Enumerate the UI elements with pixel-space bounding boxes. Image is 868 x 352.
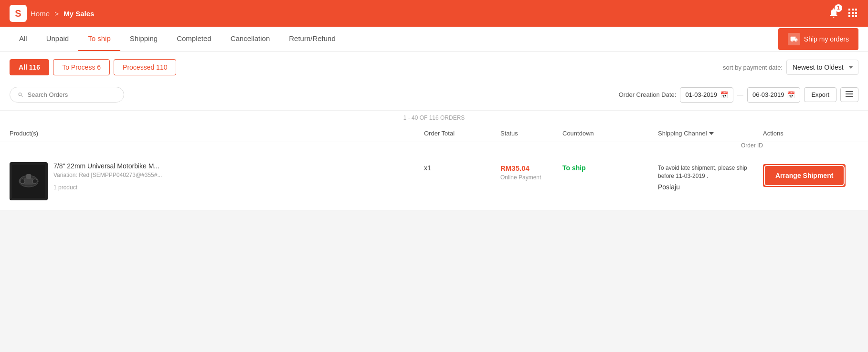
shipping-channel: To avoid late shipment, please ship befo… xyxy=(658,162,763,191)
arrange-shipment-button[interactable]: Arrange Shipment xyxy=(765,166,844,185)
date-from-input[interactable]: 01-03-2019 📅 xyxy=(680,87,733,103)
tab-shipping[interactable]: Shipping xyxy=(120,27,167,51)
order-qty: x1 xyxy=(424,162,500,172)
svg-rect-1 xyxy=(846,93,853,94)
table-header: Product(s) Order Total Status Countdown … xyxy=(0,125,868,142)
svg-rect-0 xyxy=(846,91,853,92)
logo[interactable]: S xyxy=(10,5,27,22)
main-content: All 116 To Process 6 Processed 110 sort … xyxy=(0,52,868,210)
product-count: 1 product xyxy=(53,184,162,191)
order-id-subrow: Order ID xyxy=(0,142,868,153)
arrange-shipment-btn-wrapper: Arrange Shipment xyxy=(763,164,846,187)
tabs-bar: All Unpaid To ship Shipping Completed Ca… xyxy=(0,27,868,52)
column-menu-button[interactable] xyxy=(840,87,858,102)
tab-completed[interactable]: Completed xyxy=(167,27,221,51)
date-filter-label: Order Creation Date: xyxy=(619,91,677,98)
date-to-input[interactable]: 06-03-2019 📅 xyxy=(747,87,801,103)
filter-processed[interactable]: Processed 110 xyxy=(114,59,176,75)
tab-cancellation[interactable]: Cancellation xyxy=(221,27,280,51)
svg-rect-8 xyxy=(26,174,31,179)
col-order-total: Order Total xyxy=(424,130,500,137)
nav-right: 1 xyxy=(828,7,858,20)
order-status: To ship xyxy=(562,162,658,172)
col-status: Status xyxy=(500,130,562,137)
nav-left: S Home > My Sales xyxy=(10,5,94,22)
tab-unpaid[interactable]: Unpaid xyxy=(37,27,79,51)
search-input[interactable] xyxy=(28,91,116,98)
table-row: 7/8" 22mm Universal Motorbike M... Varia… xyxy=(0,153,868,210)
svg-point-7 xyxy=(32,179,37,184)
product-details: 7/8" 22mm Universal Motorbike M... Varia… xyxy=(53,162,162,191)
status-label: To ship xyxy=(562,164,658,172)
menu-lines-icon xyxy=(846,91,853,97)
search-date-row: Order Creation Date: 01-03-2019 📅 — 06-0… xyxy=(0,83,868,110)
order-id-label: Order ID xyxy=(741,142,763,149)
notification-icon[interactable]: 1 xyxy=(828,7,839,20)
product-img-svg xyxy=(12,165,45,198)
svg-point-6 xyxy=(20,179,25,184)
orders-count-divider: 1 - 40 OF 116 ORDERS xyxy=(0,110,868,125)
notification-badge: 1 xyxy=(835,4,842,12)
order-total-amount: RM35.04 xyxy=(500,164,562,172)
svg-rect-5 xyxy=(24,178,33,185)
date-dash: — xyxy=(737,91,743,98)
calendar-to-icon: 📅 xyxy=(787,91,795,99)
tab-returnrefund[interactable]: Return/Refund xyxy=(279,27,345,51)
filter-to-process[interactable]: To Process 6 xyxy=(53,59,110,75)
status-note: To avoid late shipment, please ship befo… xyxy=(658,164,763,180)
main-tabs: All Unpaid To ship Shipping Completed Ca… xyxy=(10,27,345,51)
tab-toship[interactable]: To ship xyxy=(78,27,120,51)
ship-orders-icon xyxy=(788,33,800,45)
date-filter: Order Creation Date: 01-03-2019 📅 — 06-0… xyxy=(619,87,858,103)
grid-menu-icon[interactable] xyxy=(847,7,858,20)
sort-area: sort by payment date: Newest to Oldest O… xyxy=(723,60,858,75)
sort-select[interactable]: Newest to Oldest Oldest to Newest xyxy=(786,60,858,75)
product-name: 7/8" 22mm Universal Motorbike M... xyxy=(53,162,162,170)
calendar-from-icon: 📅 xyxy=(720,91,728,99)
sort-label: sort by payment date: xyxy=(723,64,783,71)
tab-all[interactable]: All xyxy=(10,27,37,51)
col-actions: Actions xyxy=(763,130,858,137)
export-button[interactable]: Export xyxy=(804,87,836,102)
col-products: Product(s) xyxy=(10,130,424,137)
payment-method: Online Payment xyxy=(500,174,562,181)
breadcrumb: Home > My Sales xyxy=(31,10,94,18)
filter-all[interactable]: All 116 xyxy=(10,59,49,75)
search-icon xyxy=(18,92,24,98)
actions-col: Arrange Shipment xyxy=(763,162,858,187)
product-variation: Variation: Red [SEMPPP040273@#355#... xyxy=(53,172,162,178)
product-info: 7/8" 22mm Universal Motorbike M... Varia… xyxy=(10,162,424,200)
col-shipping-channel: Shipping Channel xyxy=(658,130,763,137)
col-countdown: Countdown xyxy=(562,130,658,137)
filter-row: All 116 To Process 6 Processed 110 sort … xyxy=(0,52,868,83)
svg-rect-2 xyxy=(846,96,853,97)
search-box xyxy=(10,87,124,103)
product-image xyxy=(10,162,48,200)
ship-my-orders-button[interactable]: Ship my orders xyxy=(778,28,858,50)
shipping-channel-sort-icon[interactable] xyxy=(709,132,714,135)
filter-buttons: All 116 To Process 6 Processed 110 xyxy=(10,59,176,75)
top-nav: S Home > My Sales 1 xyxy=(0,0,868,27)
order-total: RM35.04 Online Payment xyxy=(500,162,562,181)
